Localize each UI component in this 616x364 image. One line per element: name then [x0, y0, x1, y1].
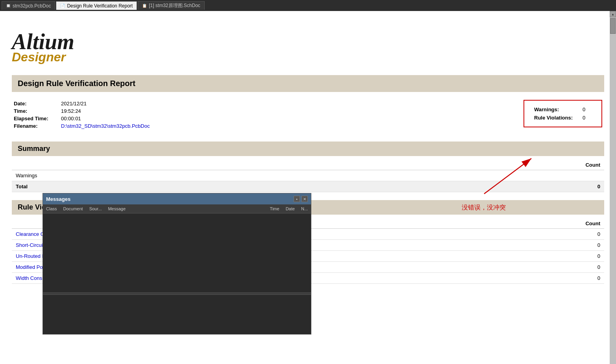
date-value: 2021/12/21 — [61, 100, 150, 107]
scroll-thumb[interactable] — [610, 18, 616, 34]
total-row-label: Total — [12, 181, 346, 192]
violations-col-count: Count — [454, 219, 604, 229]
logo-designer: Designer — [12, 51, 604, 63]
summary-col-count: Count — [346, 160, 604, 170]
tab-sch[interactable]: 📋 [1] stm32原理图.SchDoc — [138, 1, 205, 10]
tab-sch-label: [1] stm32原理图.SchDoc — [149, 2, 200, 9]
elapsed-value: 00:00:01 — [61, 115, 150, 122]
width-cons-link[interactable]: Width Cons ! — [16, 275, 45, 281]
width-cons-count: 0 — [454, 273, 604, 284]
dialog-title: Messages — [46, 196, 70, 202]
summary-title: Summary — [18, 145, 598, 153]
dialog-pin-button[interactable]: ▪ — [294, 196, 300, 202]
warnings-value: 0 — [575, 105, 587, 114]
short-circuit-count: 0 — [454, 240, 604, 251]
warnings-row-label: Warnings — [12, 170, 346, 181]
tab-drc-label: Design Rule Verification Report — [67, 3, 133, 9]
violations-label: Rule Violations: — [532, 114, 575, 122]
chinese-note: 没错误，没冲突 — [462, 204, 506, 212]
col-source[interactable]: Sour... — [86, 206, 105, 212]
dialog-column-headers: Class Document Sour... Message Time Date… — [43, 204, 311, 213]
col-time[interactable]: Time — [267, 206, 283, 212]
table-row: Warnings — [12, 170, 604, 181]
dialog-controls: ▪ ✕ — [294, 196, 308, 202]
violations-value: 0 — [575, 114, 587, 122]
report-title: Design Rule Verification Report — [18, 79, 598, 88]
warnings-row-count — [346, 170, 604, 181]
warnings-label: Warnings: — [532, 105, 575, 114]
col-class[interactable]: Class — [43, 206, 60, 212]
report-title-bar: Design Rule Verification Report — [12, 75, 604, 92]
col-document[interactable]: Document — [60, 206, 86, 212]
right-scrollbar[interactable]: ▲ — [610, 11, 616, 364]
messages-dialog: Messages ▪ ✕ Class Document Sour... Mess… — [43, 193, 311, 335]
summary-table: Count Warnings Total 0 — [12, 160, 604, 192]
summary-stats-box: Warnings: 0 Rule Violations: 0 — [524, 100, 602, 127]
dialog-close-button[interactable]: ✕ — [302, 196, 308, 202]
dialog-bottom-panel — [43, 295, 311, 334]
tab-pcb-label: stm32pcb.PcbDoc — [13, 3, 51, 9]
modified-poly-count: 0 — [454, 262, 604, 273]
info-section: Date: 2021/12/21 Time: 19:52:24 Elapsed … — [12, 100, 604, 130]
sch-tab-icon: 📋 — [142, 4, 147, 8]
col-date[interactable]: Date — [283, 206, 298, 212]
table-row: Total 0 — [12, 181, 604, 192]
pcb-tab-icon: 🔲 — [6, 4, 11, 8]
summary-title-bar: Summary — [12, 142, 604, 156]
time-label: Time: — [14, 107, 61, 115]
col-message[interactable]: Message — [105, 206, 266, 212]
time-value: 19:52:24 — [61, 107, 150, 115]
info-left: Date: 2021/12/21 Time: 19:52:24 Elapsed … — [14, 100, 150, 130]
total-row-count: 0 — [346, 181, 604, 192]
col-n[interactable]: N... — [298, 206, 311, 212]
date-label: Date: — [14, 100, 61, 107]
clearance-count: 0 — [454, 229, 604, 240]
filename-link[interactable]: D:\stm32_SD\stm32\stm32pcb.PcbDoc — [61, 123, 150, 129]
tab-bar: 🔲 stm32pcb.PcbDoc 📄 Design Rule Verifica… — [0, 0, 616, 11]
summary-col-name — [12, 160, 346, 170]
logo-altium: Altium — [12, 31, 604, 53]
tab-drc[interactable]: 📄 Design Rule Verification Report — [56, 1, 137, 10]
main-area: Altium Designer Design Rule Verification… — [0, 11, 616, 364]
scroll-up-button[interactable]: ▲ — [610, 11, 616, 17]
dialog-message-list — [43, 213, 311, 292]
logo-area: Altium Designer — [12, 19, 604, 71]
summary-section: Summary Count Warnings — [12, 142, 604, 192]
dialog-titlebar: Messages ▪ ✕ — [43, 193, 311, 204]
tab-pcb[interactable]: 🔲 stm32pcb.PcbDoc — [2, 1, 55, 10]
report-area: Altium Designer Design Rule Verification… — [0, 11, 616, 364]
elapsed-label: Elapsed Time: — [14, 115, 61, 122]
drc-tab-icon: 📄 — [60, 4, 65, 8]
filename-label: Filename: — [14, 122, 61, 130]
unrouted-count: 0 — [454, 251, 604, 262]
dialog-body: Class Document Sour... Message Time Date… — [43, 204, 311, 334]
